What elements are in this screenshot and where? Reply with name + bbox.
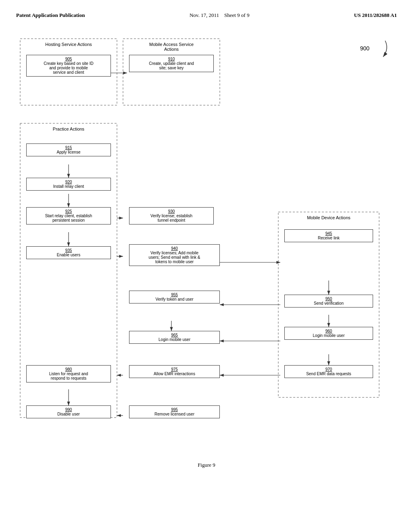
step-990: 990 Disable user (26, 405, 111, 418)
step-960: 960 Login mobile user (284, 327, 373, 340)
arrow-905-910 (111, 69, 129, 77)
page-header: Patent Application Publication Nov. 17, … (16, 8, 397, 27)
figure-900-arrow (371, 39, 391, 59)
header-right: US 2011/282688 A1 (354, 12, 397, 19)
step-935: 935 Enable users (26, 246, 111, 259)
figure-caption: Figure 9 (16, 462, 397, 468)
step-975: 975 Allow EMR interactions (129, 365, 220, 378)
step-930: 930 Verify license; establishtunnel endp… (129, 207, 214, 224)
step-920: 920 Install relay client (26, 178, 111, 191)
step-980: 980 Listen for request andrespond to req… (26, 365, 111, 382)
step-955: 955 Verify token and user (129, 291, 220, 303)
step-970: 970 Send EMR data requests (284, 365, 373, 378)
step-965: 965 Login mobile user (129, 331, 220, 344)
step-995: 995 Remove licensed user (129, 405, 220, 418)
page: Patent Application Publication Nov. 17, … (0, 0, 413, 532)
step-950: 950 Send verification (284, 295, 373, 308)
practice-col-title: Practice Actions (20, 127, 117, 131)
step-910: 910 Create, update client andsite; save … (129, 55, 214, 72)
step-905: 905 Create key based on site IDand provi… (26, 55, 111, 77)
header-left: Patent Application Publication (16, 12, 85, 19)
step-945: 945 Receive link (284, 229, 373, 242)
hosting-col-title: Hosting Service Actions (20, 42, 117, 47)
mobile-device-col-title: Mobile Device Actions (278, 215, 379, 220)
step-915: 915 Apply license (26, 143, 111, 156)
diagram-area: Hosting Service Actions 905 Create key b… (16, 35, 403, 458)
mobile-access-col-title: Mobile Access ServiceActions (123, 42, 220, 52)
step-940: 940 Verify licenses; Add mobileusers; Se… (129, 244, 220, 266)
header-center: Nov. 17, 2011 Sheet 9 of 9 (190, 12, 250, 19)
figure-900-label: 900 (360, 39, 391, 59)
step-925: 925 Start relay client, establishpersist… (26, 207, 111, 224)
